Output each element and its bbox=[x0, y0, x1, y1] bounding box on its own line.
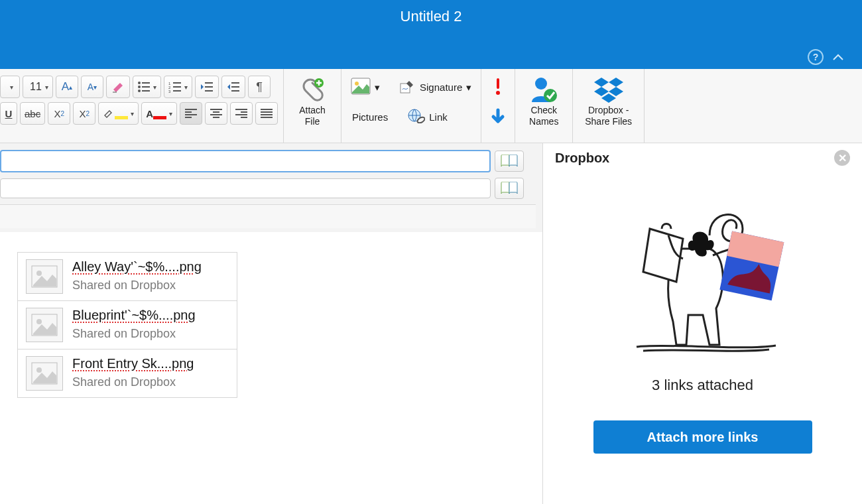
svg-rect-28 bbox=[235, 114, 247, 115]
highlight-color-button[interactable]: ▾ bbox=[98, 102, 139, 125]
svg-rect-21 bbox=[185, 117, 192, 118]
svg-rect-9 bbox=[173, 86, 181, 88]
svg-rect-12 bbox=[205, 82, 213, 84]
svg-rect-11 bbox=[173, 90, 181, 92]
svg-rect-24 bbox=[210, 114, 222, 115]
dropbox-share-label: Dropbox - Share Files bbox=[585, 105, 632, 127]
font-color-button[interactable]: A▾ bbox=[141, 102, 177, 125]
window-titlebar: Untitled 2 bbox=[0, 0, 862, 45]
attachment-card[interactable]: Blueprint'`~$%....png Shared on Dropbox bbox=[17, 300, 237, 349]
svg-point-2 bbox=[138, 86, 141, 88]
underline-button[interactable]: U bbox=[0, 102, 17, 125]
high-importance-button[interactable] bbox=[492, 77, 504, 97]
paragraph-marks-button[interactable]: ¶ bbox=[248, 76, 271, 98]
font-dropdown[interactable]: ▾ bbox=[0, 76, 20, 98]
svg-rect-20 bbox=[185, 114, 197, 115]
svg-rect-18 bbox=[185, 109, 197, 110]
align-justify-button[interactable] bbox=[255, 102, 278, 125]
font-size-dropdown[interactable]: 11▾ bbox=[23, 76, 53, 98]
person-check-icon bbox=[529, 76, 558, 103]
address-book-icon bbox=[500, 182, 519, 195]
pictures-button[interactable]: ▾ bbox=[347, 76, 384, 99]
include-group: Attach File bbox=[284, 69, 341, 143]
attachment-card[interactable]: Front Entry Sk....png Shared on Dropbox bbox=[17, 349, 237, 398]
increase-font-button[interactable]: A▴ bbox=[56, 76, 78, 98]
strikethrough-button[interactable]: abc bbox=[20, 102, 45, 125]
decrease-font-button[interactable]: A▾ bbox=[81, 76, 103, 98]
attachment-card[interactable]: Alley Way'`~$%....png Shared on Dropbox bbox=[17, 252, 237, 301]
names-group: Check Names bbox=[515, 69, 573, 143]
low-importance-icon bbox=[491, 108, 505, 127]
svg-rect-27 bbox=[241, 111, 247, 113]
svg-point-0 bbox=[138, 82, 141, 84]
image-placeholder-icon bbox=[26, 259, 63, 294]
message-header-fields bbox=[0, 143, 542, 237]
dropbox-icon bbox=[593, 76, 624, 103]
svg-rect-33 bbox=[261, 117, 273, 118]
attachment-filename: Alley Way'`~$%....png bbox=[72, 259, 202, 275]
insert-group: ▾ Signature ▾ Pictures bbox=[341, 69, 481, 143]
image-placeholder-icon bbox=[26, 356, 63, 391]
window-title: Untitled 2 bbox=[400, 8, 462, 25]
help-icon[interactable]: ? bbox=[808, 49, 824, 65]
decrease-indent-button[interactable] bbox=[195, 76, 219, 98]
subscript-button[interactable]: X2 bbox=[48, 102, 70, 125]
attach-more-links-button[interactable]: Attach more links bbox=[593, 420, 812, 454]
dropbox-side-panel: Dropbox ✕ bbox=[542, 143, 862, 504]
svg-text:3: 3 bbox=[168, 90, 171, 93]
titlebar-help-strip: ? bbox=[0, 45, 862, 69]
svg-point-43 bbox=[544, 89, 557, 102]
link-button[interactable]: Link bbox=[404, 107, 452, 127]
link-label: Link bbox=[429, 111, 448, 123]
subject-input[interactable] bbox=[0, 204, 536, 228]
svg-rect-7 bbox=[173, 82, 181, 84]
svg-rect-19 bbox=[185, 111, 192, 113]
attachment-subtitle: Shared on Dropbox bbox=[72, 375, 194, 389]
svg-point-4 bbox=[138, 90, 141, 92]
svg-point-45 bbox=[36, 271, 42, 276]
close-panel-button[interactable]: ✕ bbox=[834, 150, 850, 166]
svg-rect-16 bbox=[231, 86, 239, 88]
format-group: ▾ 11▾ A▴ A▾ ▾ 123▾ ¶ bbox=[0, 69, 284, 143]
attachment-filename: Blueprint'`~$%....png bbox=[72, 308, 196, 323]
align-left-button[interactable] bbox=[180, 102, 202, 125]
dropbox-share-button[interactable]: Dropbox - Share Files bbox=[578, 73, 639, 130]
high-importance-icon bbox=[492, 77, 504, 95]
svg-rect-15 bbox=[231, 82, 239, 84]
address-book-button-2[interactable] bbox=[495, 178, 524, 199]
attachment-subtitle: Shared on Dropbox bbox=[72, 279, 202, 292]
align-right-button[interactable] bbox=[230, 102, 253, 125]
superscript-button[interactable]: X2 bbox=[73, 102, 95, 125]
panel-title: Dropbox bbox=[555, 151, 609, 166]
check-names-label: Check Names bbox=[529, 105, 558, 127]
paperclip-icon bbox=[299, 76, 326, 103]
cc-input[interactable] bbox=[0, 178, 491, 198]
address-book-button[interactable] bbox=[495, 151, 524, 172]
svg-rect-30 bbox=[261, 109, 273, 110]
chevron-down-icon: ▾ bbox=[375, 82, 380, 94]
tags-group bbox=[481, 69, 515, 143]
low-importance-button[interactable] bbox=[491, 108, 505, 129]
attach-file-label: Attach File bbox=[299, 105, 326, 127]
svg-rect-32 bbox=[261, 114, 273, 115]
svg-rect-29 bbox=[241, 117, 247, 118]
align-center-button[interactable] bbox=[205, 102, 227, 125]
clear-formatting-button[interactable] bbox=[106, 76, 130, 98]
svg-rect-13 bbox=[205, 86, 213, 88]
increase-indent-button[interactable] bbox=[221, 76, 245, 98]
svg-rect-26 bbox=[235, 109, 247, 110]
svg-rect-22 bbox=[210, 109, 222, 110]
svg-rect-1 bbox=[142, 82, 150, 84]
attach-file-button[interactable]: Attach File bbox=[289, 73, 336, 130]
bullet-list-button[interactable]: ▾ bbox=[133, 76, 161, 98]
svg-point-47 bbox=[36, 319, 42, 324]
to-input[interactable] bbox=[0, 150, 491, 172]
svg-point-36 bbox=[355, 82, 359, 86]
signature-button[interactable]: Signature ▾ bbox=[396, 76, 475, 99]
message-body[interactable]: Alley Way'`~$%....png Shared on Dropbox … bbox=[0, 232, 542, 504]
check-names-button[interactable]: Check Names bbox=[521, 73, 567, 130]
collapse-ribbon-chevron-icon[interactable] bbox=[833, 51, 843, 63]
pictures-label-row[interactable]: Pictures bbox=[347, 107, 392, 127]
numbered-list-button[interactable]: 123▾ bbox=[164, 76, 192, 98]
addins-group: Dropbox - Share Files bbox=[573, 69, 645, 143]
